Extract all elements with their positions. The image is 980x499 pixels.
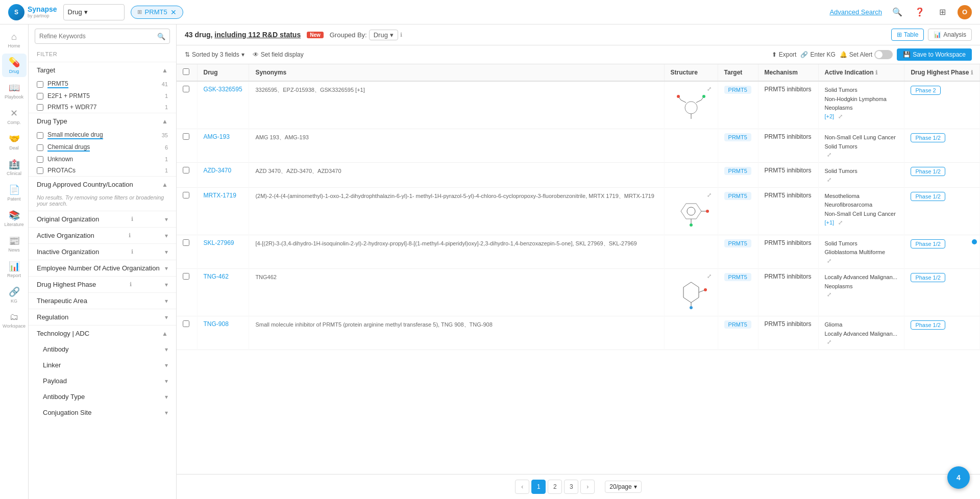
floating-count-circle[interactable]: 4 [947,466,970,489]
filter-adc-antibody[interactable]: Antibody ▾ [29,341,176,357]
expand-icon[interactable]: ⤢ [707,86,712,92]
sidebar-item-comp[interactable]: ✕ Comp. [2,105,27,128]
grid-icon[interactable]: ⊞ [935,5,949,19]
filter-section-target-header[interactable]: Target ▲ [29,62,176,78]
prev-page-button[interactable]: ‹ [515,480,529,494]
search-icon[interactable]: 🔍 [890,5,904,19]
save-to-workspace-button[interactable]: 💾 Save to Workspace [897,48,972,61]
drug-link[interactable]: TNG-462 [204,273,229,280]
row-checkbox[interactable] [183,133,189,140]
filter-item-prmt5-wdr77[interactable]: PRMT5 + WDR77 1 [29,102,176,113]
expand-indication-icon[interactable]: ⤢ [827,258,831,264]
row-checkbox[interactable] [183,239,189,246]
filter-section-therapeutic-area-header[interactable]: Therapeutic Area ▾ [29,293,176,309]
sidebar-item-kg[interactable]: 🔗 KG [2,283,27,307]
filter-item-prmt5[interactable]: PRMT5 41 [29,78,176,90]
expand-indication-icon[interactable]: ⤢ [827,177,831,183]
sidebar-item-deal[interactable]: 🤝 Deal [2,130,27,154]
filter-section-regulation-header[interactable]: Regulation ▾ [29,309,176,325]
drug-link[interactable]: MRTX-1719 [204,192,236,199]
checkbox-small-molecule[interactable] [37,132,43,139]
filter-adc-conjugation-site[interactable]: Conjugation Site ▾ [29,405,176,420]
checkbox-unknown[interactable] [37,156,43,163]
filter-section-drug-approved-header[interactable]: Drug Approved Country/Location ▲ [29,177,176,192]
close-tab-icon[interactable]: ✕ [170,8,177,16]
filter-section-active-org-header[interactable]: Active Organization ℹ ▾ [29,228,176,243]
expand-indication-icon[interactable]: ⤢ [827,152,831,158]
expand-indication-icon[interactable]: ⤢ [838,219,843,226]
analysis-view-button[interactable]: 📊 Analysis [928,29,972,41]
expand-icon[interactable]: ⤢ [707,273,712,280]
export-button[interactable]: ⬆ Export [772,51,797,58]
filter-item-e2f1-prmt5[interactable]: E2F1 + PRMT5 1 [29,90,176,102]
sidebar-item-workspace[interactable]: 🗂 Workspace [2,309,27,332]
sidebar-item-drug[interactable]: 💊 Drug [2,54,27,77]
user-avatar[interactable]: O [958,5,972,19]
row-checkbox[interactable] [183,192,189,198]
filter-item-unknown[interactable]: Unknown 1 [29,154,176,165]
filter-section-technology-adc-header[interactable]: Technology | ADC ▲ [29,326,176,341]
filter-section-therapeutic-area: Therapeutic Area ▾ [29,292,176,309]
checkbox-chemical-drugs[interactable] [37,144,43,151]
filter-section-drug-type-header[interactable]: Drug Type ▲ [29,113,176,129]
page-1-button[interactable]: 1 [531,480,546,494]
filter-section-original-org-header[interactable]: Original Organization ℹ ▾ [29,211,176,227]
enter-kg-button[interactable]: 🔗 Enter KG [800,51,835,58]
drug-link[interactable]: SKL-27969 [204,239,234,246]
filter-item-chemical-drugs[interactable]: Chemical drugs 6 [29,141,176,154]
help-icon[interactable]: ❓ [913,5,927,19]
page-2-button[interactable]: 2 [548,480,562,494]
filter-adc-linker[interactable]: Linker ▾ [29,357,176,373]
search-tab-prmt5[interactable]: ⊞ PRMT5 ✕ [131,6,183,19]
drug-link[interactable]: GSK-3326595 [204,86,242,93]
expand-indication-icon[interactable]: ⤢ [827,339,831,345]
row-checkbox[interactable] [183,320,189,327]
report-icon: 📊 [9,261,20,272]
checkbox-protacs[interactable] [37,167,43,174]
filter-adc-antibody-type[interactable]: Antibody Type ▾ [29,389,176,405]
filter-item-protacs[interactable]: PROTACs 1 [29,165,176,176]
expand-icon[interactable]: ⤢ [707,192,712,198]
expand-indication-icon[interactable]: ⤢ [838,113,843,119]
rd-status-link[interactable]: including 112 R&D status [214,31,301,39]
search-type-dropdown[interactable]: Drug ▾ [63,4,125,20]
expand-indication-icon[interactable]: ⤢ [827,291,831,297]
indication-more[interactable]: [+2] [825,113,835,119]
filter-section-inactive-org-header[interactable]: Inactive Organization ℹ ▾ [29,244,176,260]
row-checkbox[interactable] [183,167,189,173]
row-checkbox[interactable] [183,86,189,92]
drug-link[interactable]: AZD-3470 [204,167,232,174]
refine-keywords-field[interactable]: 🔍 [35,29,170,44]
refine-input[interactable] [39,33,157,40]
drug-link[interactable]: TNG-908 [204,320,229,328]
sidebar-item-patent[interactable]: 📄 Patent [2,181,27,205]
drug-link[interactable]: AMG-193 [204,133,230,140]
page-3-button[interactable]: 3 [564,480,578,494]
select-all-checkbox[interactable] [183,68,189,75]
alert-toggle[interactable] [874,50,893,59]
sort-button[interactable]: ⇅ Sorted by 3 fields ▾ [185,51,244,58]
sidebar-item-literature[interactable]: 📚 Literature [2,207,27,230]
sidebar-item-home[interactable]: ⌂ Home [2,29,27,52]
checkbox-prmt5[interactable] [37,81,43,88]
checkbox-e2f1-prmt5[interactable] [37,93,43,99]
checkbox-prmt5-wdr77[interactable] [37,104,43,111]
filter-section-drug-approved: Drug Approved Country/Location ▲ No resu… [29,176,176,211]
next-page-button[interactable]: › [580,480,595,494]
set-field-display-button[interactable]: 👁 Set field display [253,51,304,58]
filter-adc-payload[interactable]: Payload ▾ [29,373,176,389]
sidebar-item-news[interactable]: 📰 News [2,232,27,256]
sidebar-item-playbook[interactable]: 📖 Playbook [2,79,27,103]
sidebar-item-clinical[interactable]: 🏥 Clinical [2,156,27,179]
sidebar-item-report[interactable]: 📊 Report [2,258,27,281]
advanced-search-link[interactable]: Advanced Search [829,8,882,16]
table-view-button[interactable]: ⊞ Table [891,29,924,41]
filter-item-small-molecule[interactable]: Small molecule drug 35 [29,129,176,141]
set-alert-button[interactable]: 🔔 Set Alert [840,50,893,59]
row-checkbox[interactable] [183,273,189,280]
grouped-by-dropdown[interactable]: Drug ▾ [369,30,398,40]
filter-section-drug-phase-header[interactable]: Drug Highest Phase ℹ ▾ [29,277,176,292]
page-size-selector[interactable]: 20/page ▾ [605,481,641,493]
indication-more[interactable]: [+1] [825,219,835,226]
filter-section-employee-num-header[interactable]: Employee Number Of Active Organization ▾ [29,260,176,276]
